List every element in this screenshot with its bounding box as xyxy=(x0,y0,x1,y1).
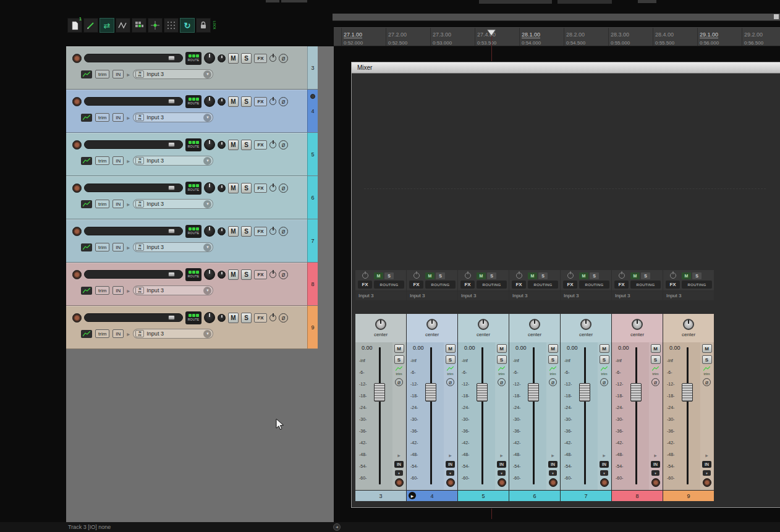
phase-button[interactable]: ø xyxy=(279,270,288,279)
track-volume-fader[interactable] xyxy=(84,270,183,279)
timeline-ruler[interactable]: 27.1.00 0:52.000 27.2.00 0:52.500 27.3.0… xyxy=(334,27,780,46)
track-volume-fader[interactable] xyxy=(84,54,183,62)
record-arm-button[interactable] xyxy=(72,54,82,63)
fader-track[interactable] xyxy=(687,347,689,484)
track-number-tab[interactable]: 5 xyxy=(307,133,318,175)
record-arm-button[interactable] xyxy=(600,478,609,487)
input-monitor-button[interactable]: IN xyxy=(112,286,124,295)
fold-icon[interactable]: ▸ xyxy=(127,331,130,337)
solo-button[interactable]: S xyxy=(538,272,548,279)
fold-icon[interactable]: ▸ xyxy=(500,452,503,458)
mute-button[interactable]: M xyxy=(228,183,239,193)
input-monitor-button[interactable]: IN xyxy=(651,461,660,468)
record-arm-button[interactable] xyxy=(395,478,404,487)
record-arm-button[interactable] xyxy=(72,184,82,193)
chevron-down-icon[interactable]: ▼ xyxy=(600,470,608,476)
phase-button[interactable]: ø xyxy=(446,378,454,386)
mute-button[interactable]: M xyxy=(528,272,537,279)
fold-icon[interactable]: ▸ xyxy=(127,114,130,121)
record-arm-button[interactable] xyxy=(549,478,557,487)
input-selector[interactable]: Input 3 xyxy=(561,291,611,300)
mute-button[interactable]: M xyxy=(228,269,239,280)
solo-button[interactable]: S xyxy=(241,269,252,280)
input-fx-icon[interactable]: INFX xyxy=(135,70,144,78)
pan-knob[interactable] xyxy=(204,182,215,193)
mute-button[interactable]: M xyxy=(228,53,239,64)
trim-button[interactable]: trim xyxy=(95,113,109,122)
solo-button[interactable]: S xyxy=(600,355,609,364)
fold-icon[interactable]: ▸ xyxy=(127,71,130,78)
fx-button[interactable]: FX xyxy=(254,227,267,236)
envelope-icon[interactable] xyxy=(81,287,92,295)
pan-knob[interactable] xyxy=(580,319,591,330)
solo-button[interactable]: S xyxy=(548,355,558,364)
mute-button[interactable]: M xyxy=(651,344,661,353)
solo-button[interactable]: S xyxy=(241,53,252,64)
record-arm-button[interactable] xyxy=(72,140,82,150)
record-arm-button[interactable] xyxy=(446,478,455,487)
fx-button[interactable]: FX xyxy=(254,97,267,106)
envelope-icon[interactable] xyxy=(81,330,92,338)
input-fx-icon[interactable]: INFX xyxy=(135,114,144,121)
chevron-down-icon[interactable]: ▼ xyxy=(203,200,211,208)
fold-icon[interactable]: ▸ xyxy=(551,452,554,458)
pan-knob[interactable] xyxy=(204,139,215,150)
channel-number-bar[interactable]: ▶ 9 xyxy=(663,491,714,501)
pan-knob[interactable] xyxy=(375,319,386,330)
volume-fader[interactable] xyxy=(374,383,385,402)
fader-track[interactable] xyxy=(533,347,535,484)
volume-fader[interactable] xyxy=(579,383,590,402)
move-items-button[interactable]: ⇄ xyxy=(100,18,114,33)
width-knob[interactable] xyxy=(218,227,226,235)
input-selector[interactable]: Input 3 xyxy=(612,291,663,300)
input-selector[interactable]: INFX Input 3 ▼ xyxy=(133,329,213,339)
trim-button[interactable]: trim xyxy=(549,366,556,376)
phase-button[interactable]: ø xyxy=(279,54,288,63)
mute-button[interactable]: M xyxy=(497,344,507,353)
solo-button[interactable]: S xyxy=(436,272,445,279)
chevron-down-icon[interactable]: ▼ xyxy=(549,470,557,476)
fx-button[interactable]: FX xyxy=(254,313,267,323)
input-monitor-button[interactable]: IN xyxy=(112,200,124,208)
solo-button[interactable]: S xyxy=(446,355,456,364)
fx-enable-icon[interactable] xyxy=(670,272,676,279)
fx-enable-icon[interactable] xyxy=(269,271,276,278)
mute-button[interactable]: M xyxy=(425,272,435,279)
solo-button[interactable]: S xyxy=(487,272,496,279)
chevron-down-icon[interactable]: ▼ xyxy=(651,470,659,476)
fold-icon[interactable]: ▸ xyxy=(127,244,130,251)
solo-button[interactable]: S xyxy=(641,272,650,279)
channel-number-bar[interactable]: ▶ 3 xyxy=(355,491,406,501)
envelope-icon[interactable] xyxy=(81,200,92,208)
input-monitor-button[interactable]: IN xyxy=(112,156,124,165)
route-button[interactable]: ROUTE xyxy=(185,138,201,151)
chevron-down-icon[interactable]: ▼ xyxy=(203,157,211,165)
track-number-tab[interactable]: 7 xyxy=(307,219,318,262)
fold-icon[interactable]: ▸ xyxy=(127,201,130,208)
input-fx-icon[interactable]: INFX xyxy=(135,287,144,294)
mute-button[interactable]: M xyxy=(548,344,558,353)
envelope-icon[interactable] xyxy=(81,243,92,251)
routing-button[interactable]: ROUTING xyxy=(425,281,456,289)
pan-knob[interactable] xyxy=(426,319,438,330)
record-arm-button[interactable] xyxy=(72,270,82,279)
trim-button[interactable]: trim xyxy=(95,286,109,295)
input-selector[interactable]: Input 3 xyxy=(458,291,509,300)
track-volume-fader[interactable] xyxy=(84,184,183,192)
playhead-marker[interactable] xyxy=(486,28,496,35)
width-knob[interactable] xyxy=(218,184,226,192)
input-monitor-button[interactable]: IN xyxy=(600,461,609,468)
trim-button[interactable]: trim xyxy=(703,366,710,376)
track-volume-fader[interactable] xyxy=(84,313,183,322)
record-arm-button[interactable] xyxy=(72,227,82,236)
trim-button[interactable]: trim xyxy=(498,366,505,376)
envelope-pencil-button[interactable] xyxy=(83,18,98,33)
channel-number-bar[interactable]: ▶ 4 xyxy=(407,491,457,501)
input-monitor-button[interactable]: IN xyxy=(446,461,455,468)
solo-button[interactable]: S xyxy=(702,355,712,364)
solo-button[interactable]: S xyxy=(241,313,252,323)
input-selector[interactable]: INFX Input 3 ▼ xyxy=(133,285,213,295)
phase-button[interactable]: ø xyxy=(395,378,403,386)
mute-button[interactable]: M xyxy=(228,226,239,237)
mute-button[interactable]: M xyxy=(228,140,239,150)
